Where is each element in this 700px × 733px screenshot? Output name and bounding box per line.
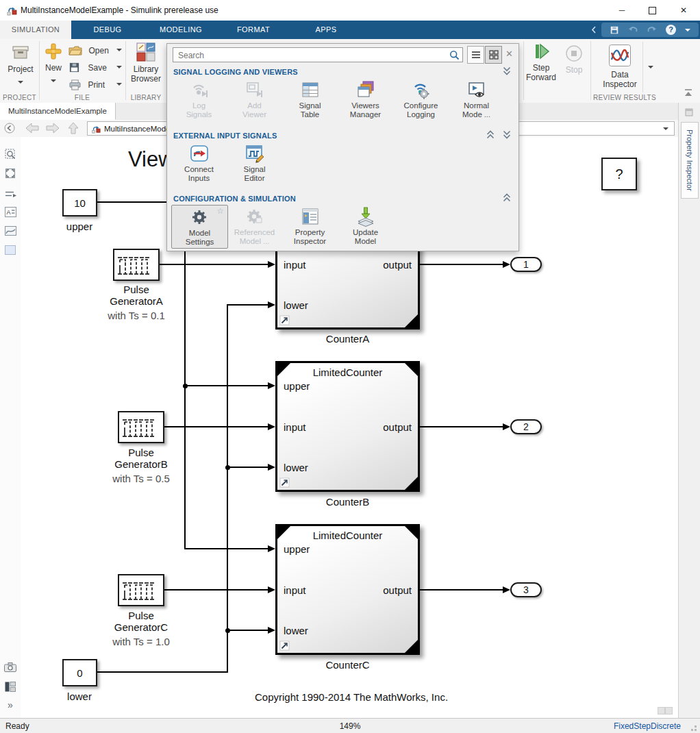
collapse-ribbon-icon[interactable] (684, 88, 693, 97)
wire[interactable] (227, 304, 268, 306)
tab-simulation[interactable]: SIMULATION (0, 21, 71, 39)
pulse-generator-b-block[interactable] (118, 411, 164, 443)
block-name-label: upper (59, 221, 100, 232)
fit-to-view-icon[interactable] (4, 167, 16, 179)
new-button[interactable]: New (42, 42, 64, 85)
back-icon[interactable] (25, 122, 40, 134)
print-button[interactable]: Print (68, 78, 122, 92)
wire[interactable] (160, 264, 268, 265)
wire[interactable] (420, 589, 503, 591)
normal-mode-button[interactable]: NormalMode... (449, 78, 504, 119)
signal-table-button[interactable]: SignalTable (282, 78, 338, 119)
help-dropdown-arrow[interactable] (685, 29, 690, 32)
panel-close-button[interactable]: ✕ (505, 49, 513, 59)
search-input[interactable] (177, 49, 447, 62)
pulse-generator-a-block[interactable] (113, 249, 160, 281)
minimize-button[interactable]: ─ (607, 0, 637, 21)
project-button[interactable]: Project (5, 42, 36, 86)
property-inspector-button[interactable]: PropertyInspector (282, 205, 338, 246)
wire[interactable] (420, 426, 503, 427)
hide-explorer-icon[interactable] (4, 123, 15, 134)
wire[interactable] (227, 304, 228, 673)
pulse-generator-c-block[interactable] (118, 574, 164, 606)
tab-apps[interactable]: APPS (289, 21, 363, 39)
forward-icon[interactable] (45, 122, 60, 134)
model-settings-button[interactable]: ☆ ModelSettings (171, 205, 228, 249)
model-block-counter-b[interactable]: LimitedCounter upper input lower output (275, 361, 420, 492)
stop-button[interactable]: Stop (560, 45, 588, 75)
wire[interactable] (184, 201, 186, 549)
viewers-manager-button[interactable]: ViewersManager (338, 78, 393, 119)
help-icon[interactable]: ? (666, 25, 676, 35)
collapse-section-down-icon[interactable] (503, 66, 511, 76)
annotation-icon[interactable]: A (4, 206, 16, 218)
close-button[interactable]: ✕ (668, 0, 699, 21)
open-button[interactable]: Open (68, 44, 122, 58)
add-viewer-button[interactable]: AddViewer (227, 78, 282, 119)
wire-arrowhead (503, 423, 510, 430)
open-model-icon[interactable] (279, 315, 290, 325)
tab-debug[interactable]: DEBUG (71, 21, 144, 39)
favorite-star-icon[interactable]: ☆ (216, 206, 224, 216)
tab-modeling[interactable]: MODELING (144, 21, 218, 39)
up-icon[interactable] (67, 121, 79, 135)
undo-icon[interactable] (628, 25, 638, 34)
block-annotation: with Ts = 1.0 (93, 636, 189, 647)
data-inspector-dropdown[interactable] (643, 42, 658, 92)
configure-logging-button[interactable]: ConfigureLogging (393, 78, 449, 119)
connect-inputs-button[interactable]: ConnectInputs (171, 142, 227, 183)
add-viewer-icon (244, 79, 266, 101)
open-model-icon[interactable] (279, 477, 290, 488)
wire[interactable] (228, 630, 268, 631)
wire[interactable] (420, 264, 503, 265)
property-inspector-tab[interactable]: Property Inspector (681, 122, 699, 199)
outport-1[interactable]: 1 (510, 257, 542, 272)
library-browser-button[interactable]: LibraryBrowser (129, 42, 163, 84)
wire[interactable] (184, 548, 268, 549)
grid-view-button[interactable] (485, 46, 502, 64)
wire-arrowhead (268, 586, 275, 593)
zoom-region-icon[interactable] (4, 148, 16, 160)
referenced-model-settings-button[interactable]: ReferencedModel... (227, 205, 282, 246)
area-icon[interactable] (4, 244, 16, 256)
breadcrumb-dropdown-arrow[interactable] (663, 127, 668, 130)
data-inspector-button[interactable]: DataInspector (597, 42, 643, 92)
wire[interactable] (228, 467, 268, 468)
update-model-button[interactable]: UpdateModel (338, 205, 393, 246)
save-button[interactable]: Save (68, 61, 122, 75)
collapse-section-down-icon[interactable] (503, 130, 511, 140)
document-tab[interactable]: MultiInstanceModelExample (0, 103, 116, 120)
tab-format[interactable]: FORMAT (218, 21, 289, 39)
save-quick-icon[interactable] (610, 25, 619, 35)
constant-block-lower[interactable]: 0 (62, 659, 97, 686)
collapse-section-up-icon[interactable] (486, 130, 495, 140)
collapse-section-up-icon[interactable] (503, 193, 511, 203)
model-info-block[interactable]: ? (601, 158, 637, 190)
constant-block-upper[interactable]: 10 (62, 189, 97, 216)
outport-3[interactable]: 3 (510, 582, 542, 597)
log-signals-button[interactable]: LogSignals (171, 78, 227, 119)
pulse-waveform-icon (122, 416, 160, 439)
dock-controls-icon[interactable] (685, 108, 693, 116)
screenshot-icon[interactable] (4, 661, 16, 673)
quick-access-chevron-icon[interactable] (591, 26, 597, 34)
outport-2[interactable]: 2 (510, 419, 542, 434)
panel-search[interactable] (173, 47, 463, 62)
list-view-button[interactable] (467, 46, 484, 64)
wire-arrowhead (268, 423, 275, 430)
wire[interactable] (164, 426, 268, 427)
wire[interactable] (164, 589, 268, 591)
signal-lines-icon[interactable] (4, 188, 16, 200)
maximize-button[interactable] (637, 0, 667, 21)
open-model-icon[interactable] (279, 641, 290, 651)
model-block-counter-c[interactable]: LimitedCounter upper input lower output (275, 524, 420, 655)
image-icon[interactable] (4, 225, 16, 237)
status-solver[interactable]: FixedStepDiscrete (614, 721, 681, 731)
step-forward-button[interactable]: StepForward (526, 42, 556, 82)
wire[interactable] (97, 671, 228, 673)
redo-icon[interactable] (647, 25, 657, 34)
expand-palette-icon[interactable]: » (4, 699, 16, 711)
canvas-grip[interactable] (658, 706, 673, 714)
signal-editor-button[interactable]: SignalEditor (227, 142, 282, 183)
model-browser-icon[interactable] (4, 680, 16, 693)
